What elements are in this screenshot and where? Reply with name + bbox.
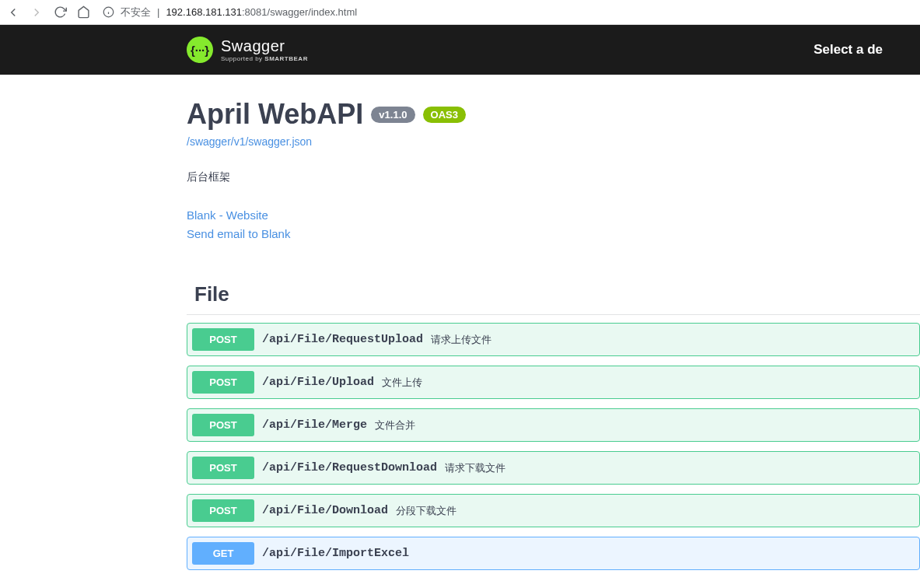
url-path: /swagger/index.html [268,6,358,18]
operation-summary: 分段下载文件 [396,504,457,518]
opblock-post[interactable]: POST/api/File/Upload文件上传 [187,366,920,399]
opblock-post[interactable]: POST/api/File/Merge文件合并 [187,408,920,442]
api-title: April WebAPI v1.1.0 OAS3 [187,98,920,131]
operation-path: /api/File/RequestUpload [262,333,423,346]
meta-links: Blank - Website Send email to Blank [187,206,920,243]
topbar-right-label[interactable]: Select a de [813,42,883,58]
operation-path: /api/File/Merge [262,418,367,432]
swagger-subtitle: Supported by SMARTBEAR [221,55,308,62]
home-icon[interactable] [76,5,90,19]
divider: | [157,6,159,18]
method-badge: POST [192,457,254,479]
oas-badge: OAS3 [423,107,466,123]
operations-list: POST/api/File/RequestUpload请求上传文件POST/ap… [187,314,920,570]
opblock-post[interactable]: POST/api/File/RequestDownload请求下载文件 [187,451,920,485]
back-icon[interactable] [6,5,20,19]
method-badge: POST [192,371,254,394]
opblock-get[interactable]: GET/api/File/ImportExcel [187,537,920,570]
method-badge: POST [192,499,254,522]
forward-icon[interactable] [30,5,44,19]
swagger-logo[interactable]: {···} Swagger Supported by SMARTBEAR [187,37,308,63]
reload-icon[interactable] [53,5,67,19]
operation-path: /api/File/ImportExcel [262,547,409,560]
main-content: April WebAPI v1.1.0 OAS3 /swagger/v1/swa… [0,75,920,570]
operation-summary: 文件合并 [375,418,415,432]
url-port: :8081 [242,6,268,18]
swagger-topbar: {···} Swagger Supported by SMARTBEAR Sel… [0,25,920,75]
url-host: 192.168.181.131 [166,6,242,18]
opblock-post[interactable]: POST/api/File/Download分段下载文件 [187,494,920,527]
operation-summary: 请求下载文件 [445,461,505,475]
email-link[interactable]: Send email to Blank [187,225,920,243]
swagger-title: Swagger [221,37,308,55]
address-bar[interactable]: 不安全 | 192.168.181.131:8081/swagger/index… [100,5,914,19]
api-description: 后台框架 [187,170,920,184]
opblock-post[interactable]: POST/api/File/RequestUpload请求上传文件 [187,323,920,356]
info-icon [103,6,114,18]
tag-header[interactable]: File [187,282,920,314]
operation-summary: 请求上传文件 [431,333,491,347]
tag-section: File POST/api/File/RequestUpload请求上传文件PO… [187,282,920,570]
security-text: 不安全 [121,5,151,19]
website-link[interactable]: Blank - Website [187,206,920,225]
method-badge: POST [192,328,254,351]
api-name: April WebAPI [187,98,363,131]
spec-link[interactable]: /swagger/v1/swagger.json [187,135,312,148]
swagger-badge-icon: {···} [187,37,213,63]
method-badge: POST [192,414,254,436]
method-badge: GET [192,542,254,565]
version-badge: v1.1.0 [371,107,415,123]
operation-path: /api/File/RequestDownload [262,461,437,474]
browser-toolbar: 不安全 | 192.168.181.131:8081/swagger/index… [0,0,920,25]
operation-path: /api/File/Upload [262,376,374,389]
operation-summary: 文件上传 [382,376,422,390]
operation-path: /api/File/Download [262,504,388,517]
